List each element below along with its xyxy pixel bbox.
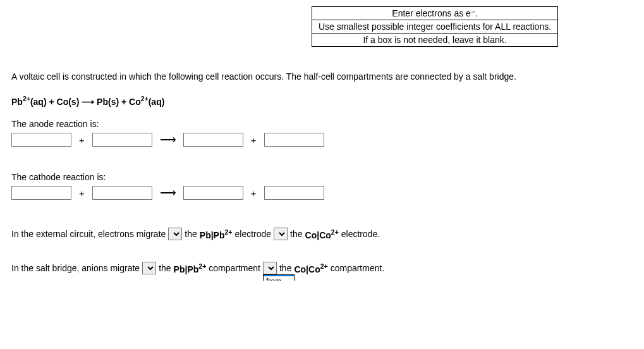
text-fragment: compartment — [209, 263, 260, 273]
text-fragment: electrode — [235, 229, 272, 239]
pb-compartment-label: Pb|Pb2+ — [174, 262, 207, 274]
co-compartment-label: Co|Co2+ — [294, 262, 327, 274]
anode-product-1[interactable] — [183, 133, 243, 147]
anode-product-2[interactable] — [264, 133, 324, 147]
instruction-line-1: Enter electrons as e⁻. — [312, 7, 558, 20]
cathode-product-1[interactable] — [183, 186, 243, 200]
dropdown-options-list: from to — [263, 274, 295, 281]
salt-direction-1[interactable] — [142, 262, 156, 274]
cathode-reactant-2[interactable] — [92, 186, 152, 200]
cathode-reactant-1[interactable] — [11, 186, 71, 200]
text-fragment: compartment. — [331, 263, 385, 273]
text-fragment: In the salt bridge, anions migrate — [11, 263, 140, 273]
co-electrode-label: Co|Co2+ — [305, 228, 339, 240]
cathode-reaction-row: + ⟶ + — [11, 186, 633, 200]
anode-label: The anode reaction is: — [11, 119, 633, 129]
arrow-symbol: ⟶ — [157, 186, 178, 200]
plus-symbol: + — [76, 188, 87, 199]
text-fragment: electrode. — [341, 229, 380, 239]
intro-text: A voltaic cell is constructed in which t… — [11, 71, 633, 83]
dropdown-option-from[interactable]: from — [264, 276, 294, 281]
salt-bridge-sentence: In the salt bridge, anions migrate the P… — [11, 262, 633, 274]
text-fragment: the — [185, 229, 197, 239]
instruction-line-3: If a box is not needed, leave it blank. — [312, 34, 558, 47]
external-circuit-sentence: In the external circuit, electrons migra… — [11, 228, 633, 240]
salt-direction-2[interactable] — [263, 262, 277, 274]
text-fragment: the — [159, 263, 171, 273]
anode-reactant-2[interactable] — [92, 133, 152, 147]
plus-symbol: + — [248, 135, 259, 145]
cathode-label: The cathode reaction is: — [11, 172, 633, 182]
text-fragment: In the external circuit, electrons migra… — [11, 229, 166, 239]
external-direction-1[interactable] — [168, 228, 182, 240]
text-fragment: the — [290, 229, 302, 239]
anode-reactant-1[interactable] — [11, 133, 71, 147]
arrow-symbol: ⟶ — [157, 133, 178, 147]
pb-electrode-label: Pb|Pb2+ — [200, 228, 233, 240]
plus-symbol: + — [248, 188, 259, 199]
cathode-product-2[interactable] — [264, 186, 324, 200]
plus-symbol: + — [76, 135, 87, 145]
text-fragment: the — [279, 263, 291, 273]
instruction-line-2: Use smallest possible integer coefficien… — [312, 20, 558, 34]
instruction-box: Enter electrons as e⁻. Use smallest poss… — [312, 6, 558, 47]
external-direction-2[interactable] — [274, 228, 288, 240]
overall-reaction: Pb2+(aq) + Co(s) ⟶ Pb(s) + Co2+(aq) — [11, 95, 633, 107]
anode-reaction-row: + ⟶ + — [11, 133, 633, 147]
